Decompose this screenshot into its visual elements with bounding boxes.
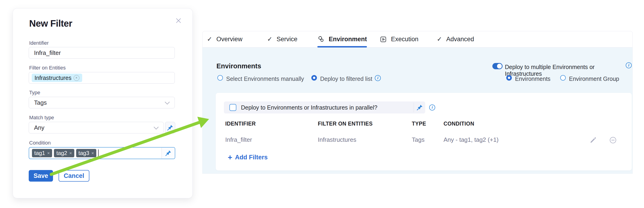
stage-tabbar: ✓ Overview ✓ Service Environment Executi… <box>202 31 633 48</box>
radio-environment-group[interactable] <box>560 75 566 80</box>
tag-label: tag1 <box>34 150 45 156</box>
hexagons-icon <box>318 36 324 43</box>
radio-environments[interactable] <box>506 75 512 80</box>
type-value: Tags <box>34 99 47 106</box>
entities-input[interactable]: Infrastructures × <box>29 72 175 84</box>
toggle-knob <box>497 64 502 68</box>
tab-overview[interactable]: ✓ Overview <box>207 31 242 47</box>
modal-title: New Filter <box>29 18 72 29</box>
row-condition: Any - tag1, tag2 (+1) <box>444 136 499 144</box>
text-cursor <box>98 150 98 157</box>
row-filter-on-entities: Infrastructures <box>318 136 356 144</box>
page: New Filter Identifier Infra_filter Filte… <box>0 0 644 208</box>
info-icon[interactable]: i <box>375 75 381 81</box>
check-icon: ✓ <box>207 36 212 42</box>
type-label: Type <box>29 90 40 96</box>
type-select[interactable]: Tags <box>29 97 175 108</box>
deploy-multiple-label: Deploy to multiple Environments or Infra… <box>505 64 632 77</box>
condition-pin-button[interactable] <box>162 148 175 159</box>
parallel-label: Deploy to Environments or Infrastructure… <box>241 104 377 111</box>
radio-select-manually[interactable] <box>217 75 223 80</box>
match-type-label: Match type <box>29 115 54 121</box>
chevron-down-icon <box>154 124 158 129</box>
entities-chip-label: Infrastructures <box>34 74 72 81</box>
radio-deploy-filtered-label: Deploy to filtered list <box>320 76 372 82</box>
condition-label: Condition <box>29 140 51 146</box>
match-type-select[interactable]: Any <box>29 122 164 134</box>
radio-environment-group-label: Environment Group <box>569 76 619 82</box>
condition-tag: tag3 × <box>76 149 96 157</box>
entities-chip: Infrastructures × <box>32 74 82 82</box>
pin-icon <box>167 124 174 131</box>
parallel-pin-button[interactable] <box>414 104 425 111</box>
play-square-icon <box>380 36 387 43</box>
environments-heading: Environments <box>216 62 261 70</box>
new-filter-modal: New Filter Identifier Infra_filter Filte… <box>13 8 192 198</box>
cancel-button[interactable]: Cancel <box>58 170 89 182</box>
parallel-bar: Deploy to Environments or Infrastructure… <box>224 102 425 114</box>
check-icon: ✓ <box>437 36 442 42</box>
condition-input[interactable]: tag1 × tag2 × tag3 × <box>29 147 175 159</box>
deploy-multiple-toggle[interactable] <box>492 63 502 69</box>
parallel-checkbox[interactable] <box>230 104 236 111</box>
row-type: Tags <box>412 136 424 144</box>
edit-pencil-icon[interactable] <box>590 136 597 144</box>
condition-tag: tag1 × <box>32 149 52 157</box>
info-icon[interactable]: i <box>626 62 632 68</box>
filters-card: Deploy to Environments or Infrastructure… <box>216 93 632 170</box>
check-icon: ✓ <box>267 36 272 42</box>
entities-label: Filter on Entities <box>29 65 66 71</box>
environment-panel: Environments Select Environments manuall… <box>202 48 633 174</box>
remove-tag-icon[interactable]: × <box>47 151 50 156</box>
add-filters-button[interactable]: + Add Filters <box>228 154 268 161</box>
radio-select-manually-label: Select Environments manually <box>226 76 304 82</box>
pin-icon <box>165 150 172 156</box>
radio-deploy-filtered[interactable] <box>311 75 317 80</box>
col-header-filter-on-entities: FILTER ON ENTITIES <box>318 121 373 127</box>
col-header-type: TYPE <box>412 121 426 127</box>
identifier-input[interactable]: Infra_filter <box>29 47 175 58</box>
tag-label: tag3 <box>78 150 89 156</box>
tab-service[interactable]: ✓ Service <box>267 31 298 47</box>
chevron-down-icon <box>165 99 170 104</box>
identifier-value: Infra_filter <box>34 49 61 56</box>
tab-advanced[interactable]: ✓ Advanced <box>437 31 474 47</box>
tag-label: tag2 <box>56 150 67 156</box>
match-type-value: Any <box>34 124 44 131</box>
row-identifier: Infra_filter <box>225 136 252 144</box>
info-icon[interactable]: i <box>429 104 435 110</box>
plus-icon: + <box>228 154 232 161</box>
tab-environment[interactable]: Environment <box>318 31 367 47</box>
save-button[interactable]: Save <box>29 170 53 182</box>
remove-tag-icon[interactable]: × <box>92 151 94 156</box>
remove-tag-icon[interactable]: × <box>69 151 72 156</box>
match-type-pin-button[interactable] <box>165 122 175 134</box>
close-icon[interactable] <box>174 16 183 25</box>
remove-chip-icon[interactable]: × <box>74 75 80 81</box>
radio-environments-label: Environments <box>515 76 550 82</box>
remove-row-icon[interactable] <box>609 136 617 144</box>
identifier-label: Identifier <box>29 40 48 46</box>
pin-icon <box>416 104 423 111</box>
col-header-condition: CONDITION <box>444 121 474 127</box>
col-header-identifier: IDENTIFIER <box>225 121 256 127</box>
tab-execution[interactable]: Execution <box>380 31 418 47</box>
condition-tag: tag2 × <box>54 149 74 157</box>
